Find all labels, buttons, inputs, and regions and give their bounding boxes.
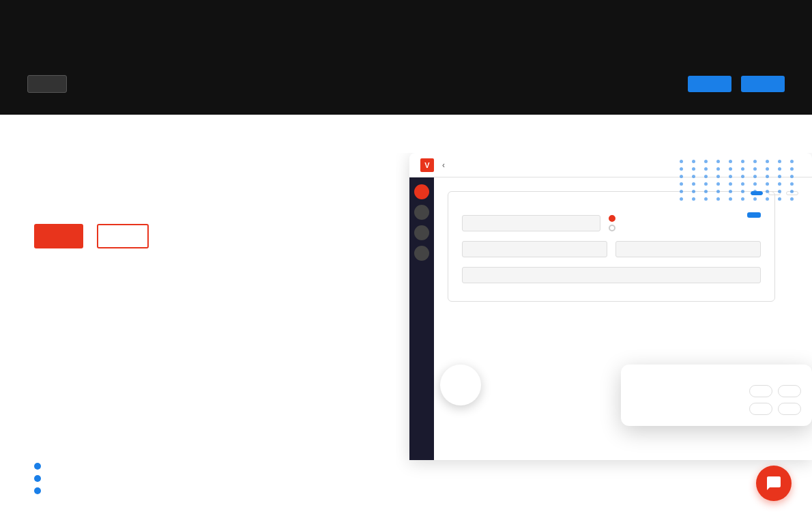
speak-sales-button[interactable] <box>97 224 149 248</box>
radio-no <box>609 225 747 231</box>
get-started-button[interactable] <box>34 224 83 248</box>
accept-button[interactable] <box>741 76 785 92</box>
profile-group <box>609 212 747 231</box>
dot-3 <box>34 487 41 494</box>
cookie-notice <box>0 0 812 115</box>
nav-back-icon: ‹ <box>442 160 445 170</box>
radio-no-dot[interactable] <box>609 225 615 231</box>
notice-body <box>27 30 628 59</box>
phone-group <box>615 238 761 257</box>
chat-buttons <box>632 385 801 415</box>
form-row-1 <box>462 212 747 231</box>
chat-browsing-button[interactable] <box>778 403 801 415</box>
reject-button[interactable] <box>688 76 731 92</box>
sidebar-item-2 <box>414 205 429 220</box>
hero-right: const dotGridTop = document.querySelecto… <box>396 153 812 514</box>
dot-1 <box>34 463 41 470</box>
csv-import-button[interactable] <box>747 212 761 218</box>
name-group <box>462 212 600 231</box>
form-row-2 <box>462 238 761 257</box>
dot-grid-top-right: const dotGridTop = document.querySelecto… <box>680 160 798 201</box>
sidebar-item-3 <box>414 225 429 240</box>
radio-group <box>609 215 747 231</box>
email-input[interactable] <box>462 241 607 257</box>
radio-yes-dot[interactable] <box>609 215 615 222</box>
form-row-3 <box>462 264 761 283</box>
chat-btn-row-2 <box>632 403 801 415</box>
hero-section <box>0 153 396 514</box>
name-input[interactable] <box>462 215 600 231</box>
sidebar-item-4 <box>414 246 429 261</box>
app-icon: V <box>420 158 434 172</box>
form-card <box>448 191 775 302</box>
dot-2 <box>34 475 41 482</box>
role-input[interactable] <box>462 267 761 283</box>
chat-checks-button[interactable] <box>749 403 772 415</box>
chat-icon <box>766 475 782 491</box>
main-page: const dotGridTop = document.querySelecto… <box>0 153 812 514</box>
radio-yes <box>609 215 747 222</box>
chat-key-features-button[interactable] <box>778 385 801 397</box>
chat-overlay <box>621 365 812 426</box>
hero-buttons <box>34 224 368 248</box>
customize-button[interactable] <box>27 75 67 93</box>
sidebar-item-1 <box>414 184 429 199</box>
app-nav: ‹ <box>442 160 450 170</box>
chat-icon-button[interactable] <box>756 466 792 501</box>
veremark-logo-circle <box>440 365 481 405</box>
role-group <box>462 264 761 283</box>
notice-buttons <box>27 75 785 93</box>
chat-btn-row-1 <box>632 385 801 397</box>
app-sidebar <box>409 177 434 460</box>
dots-decoration <box>34 463 41 494</box>
phone-input[interactable] <box>615 241 761 257</box>
chat-question-button[interactable] <box>749 385 772 397</box>
email-group <box>462 238 607 257</box>
